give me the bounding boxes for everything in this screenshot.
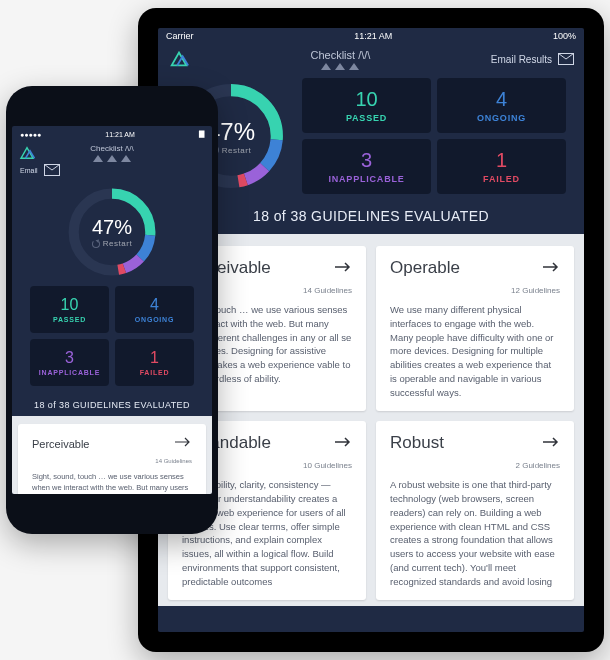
dashboard: 47% Restart 10 PASSED 4 ONGOING 3 INAPPL… — [158, 72, 584, 202]
stat-inapp-value: 3 — [310, 149, 423, 172]
stat-failed-value: 1 — [123, 349, 186, 367]
stat-passed[interactable]: 10 PASSED — [30, 286, 109, 333]
reload-icon — [92, 240, 100, 248]
card-title: Robust — [390, 433, 536, 453]
stat-passed-value: 10 — [38, 296, 101, 314]
card-count: 2 Guidelines — [390, 461, 560, 470]
checklist-label: Checklist /\/\ — [310, 49, 370, 61]
stat-ongoing-label: ONGOING — [123, 316, 186, 323]
status-bar: Carrier 11:21 AM 100% — [158, 28, 584, 44]
status-time: 11:21 AM — [354, 31, 392, 41]
restart-button[interactable]: Restart — [92, 239, 132, 248]
card-body: We use many different physical interface… — [390, 303, 560, 399]
app-logo-icon — [168, 48, 190, 70]
stats-grid: 10 PASSED 4 ONGOING 3 INAPPLICABLE 1 FAI… — [30, 286, 194, 386]
card-body: Sight, sound, touch … we use various sen… — [32, 472, 192, 494]
status-carrier: Carrier — [166, 31, 194, 41]
level-triangles-icon — [321, 63, 359, 70]
status-carrier: ●●●●● — [20, 131, 41, 138]
dashboard: 47% Restart 10 PASSED 4 ONGOING 3 INAPPL… — [12, 176, 212, 394]
card-body: A robust website is one that third-party… — [390, 478, 560, 588]
status-battery: 100% — [553, 31, 576, 41]
arrow-right-icon — [542, 436, 560, 448]
stats-grid: 10 PASSED 4 ONGOING 3 INAPPLICABLE 1 FAI… — [302, 78, 566, 194]
card-perceivable[interactable]: Perceivable 14 Guidelines Sight, sound, … — [18, 424, 206, 494]
app-logo-icon — [18, 144, 36, 162]
card-count: 12 Guidelines — [390, 286, 560, 295]
mail-icon — [44, 164, 60, 176]
stat-passed[interactable]: 10 PASSED — [302, 78, 431, 133]
stat-ongoing[interactable]: 4 ONGOING — [437, 78, 566, 133]
stat-inapp-label: INAPPLICABLE — [38, 369, 101, 376]
status-bar: ●●●●● 11:21 AM ▇ — [12, 126, 212, 142]
email-label: Email — [20, 167, 38, 174]
arrow-right-icon — [174, 436, 192, 448]
progress-donut: 47% Restart — [66, 186, 158, 278]
stat-ongoing[interactable]: 4 ONGOING — [115, 286, 194, 333]
email-results-button[interactable]: Email — [12, 164, 212, 176]
phone-screen: ●●●●● 11:21 AM ▇ Checklist /\/\ Email — [12, 126, 212, 494]
stat-ongoing-value: 4 — [445, 88, 558, 111]
stat-ongoing-value: 4 — [123, 296, 186, 314]
donut-center: 47% Restart — [92, 216, 132, 248]
arrow-right-icon — [334, 261, 352, 273]
topbar: Checklist /\/\ — [12, 142, 212, 164]
stat-ongoing-label: ONGOING — [445, 113, 558, 123]
guideline-cards[interactable]: Perceivable 14 Guidelines sound, touch …… — [158, 234, 584, 606]
stat-failed[interactable]: 1 FAILED — [115, 339, 194, 386]
stat-inapp-label: INAPPLICABLE — [310, 174, 423, 184]
summary-line: 18 of 38 GUIDELINES EVALUATED — [12, 394, 212, 416]
stat-failed-label: FAILED — [123, 369, 186, 376]
arrow-right-icon — [542, 261, 560, 273]
tablet-screen: Carrier 11:21 AM 100% Checklist /\/\ Ema… — [158, 28, 584, 632]
stat-failed[interactable]: 1 FAILED — [437, 139, 566, 194]
card-robust[interactable]: Robust 2 Guidelines A robust website is … — [376, 421, 574, 600]
stat-inapplicable[interactable]: 3 INAPPLICABLE — [30, 339, 109, 386]
guideline-cards[interactable]: Perceivable 14 Guidelines Sight, sound, … — [12, 416, 212, 494]
level-triangles-icon — [93, 155, 131, 162]
arrow-right-icon — [334, 436, 352, 448]
card-operable[interactable]: Operable 12 Guidelines We use many diffe… — [376, 246, 574, 411]
checklist-heading: Checklist /\/\ — [190, 49, 491, 70]
topbar: Checklist /\/\ Email Results — [158, 44, 584, 72]
checklist-label: Checklist /\/\ — [90, 144, 134, 153]
stat-passed-label: PASSED — [310, 113, 423, 123]
card-title: Perceivable — [32, 438, 168, 450]
card-count: 14 Guidelines — [32, 458, 192, 464]
stat-inapp-value: 3 — [38, 349, 101, 367]
phone-frame: ●●●●● 11:21 AM ▇ Checklist /\/\ Email — [6, 86, 218, 534]
stat-failed-label: FAILED — [445, 174, 558, 184]
card-title: Operable — [390, 258, 536, 278]
mail-icon — [558, 53, 574, 65]
email-results-button[interactable]: Email Results — [491, 53, 574, 65]
checklist-heading: Checklist /\/\ — [36, 144, 188, 162]
progress-percent: 47% — [92, 216, 132, 239]
stat-inapplicable[interactable]: 3 INAPPLICABLE — [302, 139, 431, 194]
email-label: Email Results — [491, 54, 552, 65]
stat-passed-label: PASSED — [38, 316, 101, 323]
status-battery: ▇ — [199, 130, 204, 138]
summary-line: 18 of 38 GUIDELINES EVALUATED — [158, 202, 584, 234]
stat-failed-value: 1 — [445, 149, 558, 172]
stat-passed-value: 10 — [310, 88, 423, 111]
status-time: 11:21 AM — [105, 131, 135, 138]
